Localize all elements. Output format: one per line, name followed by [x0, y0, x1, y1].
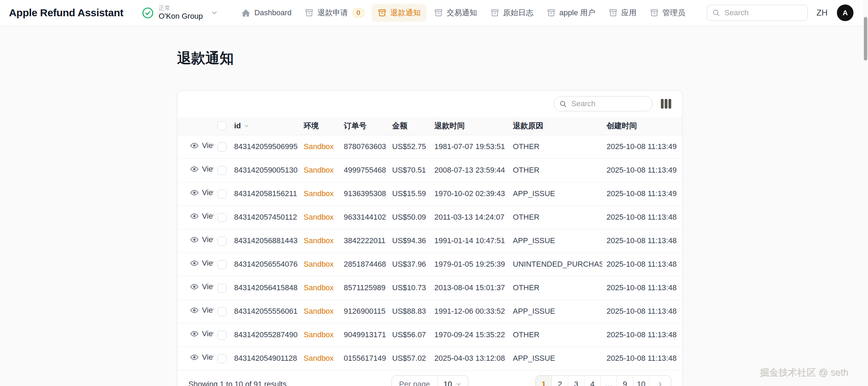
col-header-reason: 退款原因: [509, 117, 602, 135]
nav-item-refund-requests[interactable]: 退款申请 0: [299, 4, 370, 22]
cell-env: Sandbox: [299, 347, 340, 370]
locale-switcher[interactable]: ZH: [816, 8, 828, 18]
cell-reason: APP_ISSUE: [509, 182, 602, 205]
cell-env: Sandbox: [299, 182, 340, 205]
scrollbar-thumb[interactable]: [864, 17, 867, 61]
view-button[interactable]: View: [190, 141, 213, 150]
per-page-select[interactable]: 10: [437, 376, 468, 386]
table-row: View 843142057450112 Sandbox 9633144102 …: [177, 205, 682, 229]
refund-notifications-table: id 环境 订单号 金额 退款时间 退款原因 创建时间 V: [177, 117, 682, 370]
row-checkbox[interactable]: [218, 331, 227, 340]
check-circle-icon: [141, 7, 154, 19]
table-header-row: id 环境 订单号 金额 退款时间 退款原因 创建时间: [177, 117, 682, 135]
cell-reason: APP_ISSUE: [509, 300, 602, 323]
view-button[interactable]: View: [190, 165, 213, 174]
table-search[interactable]: [554, 96, 653, 111]
row-checkbox[interactable]: [218, 190, 227, 199]
page-ellipsis: …: [601, 376, 617, 386]
col-header-amount: 金额: [388, 117, 430, 135]
chevron-right-icon: [656, 380, 664, 386]
table-row: View 843142059506995 Sandbox 8780763603 …: [177, 135, 682, 158]
cell-id: 843142055287490: [230, 323, 299, 347]
page-title: 退款通知: [177, 35, 683, 81]
col-header-id[interactable]: id: [230, 117, 299, 135]
page-button-10[interactable]: 10: [633, 376, 649, 386]
cell-order-no: 8571125989: [340, 276, 388, 300]
row-checkbox[interactable]: [218, 284, 227, 293]
view-button[interactable]: View: [190, 306, 213, 315]
nav-item-dashboard[interactable]: Dashboard: [236, 4, 297, 21]
view-button[interactable]: View: [190, 235, 213, 244]
per-page-label: Per page: [392, 376, 437, 386]
eye-icon: [190, 329, 199, 338]
page-button-2[interactable]: 2: [552, 376, 568, 386]
row-checkbox[interactable]: [218, 143, 227, 151]
col-header-order-no: 订单号: [340, 117, 388, 135]
view-button[interactable]: View: [190, 282, 213, 291]
eye-icon: [190, 235, 199, 244]
cell-created-at: 2025-10-08 11:13:48: [602, 323, 682, 347]
cell-order-no: 9136395308: [340, 182, 388, 205]
scrollbar: [863, 0, 868, 386]
page-button-9[interactable]: 9: [617, 376, 633, 386]
view-button[interactable]: View: [190, 188, 213, 197]
archive-box-icon: [608, 8, 618, 18]
nav-item-apple-users[interactable]: apple 用户: [541, 4, 601, 22]
view-button[interactable]: View: [190, 353, 213, 362]
app-title: Apple Refund Assistant: [9, 7, 123, 19]
row-checkbox[interactable]: [218, 237, 227, 246]
row-checkbox[interactable]: [218, 260, 227, 269]
cell-id: 843142055556061: [230, 300, 299, 323]
table-card: id 环境 订单号 金额 退款时间 退款原因 创建时间 V: [177, 90, 683, 386]
row-checkbox[interactable]: [218, 166, 227, 175]
row-checkbox[interactable]: [218, 307, 227, 316]
page-button-3[interactable]: 3: [568, 376, 584, 386]
next-page-button[interactable]: [649, 376, 671, 386]
eye-icon: [190, 141, 199, 150]
row-checkbox[interactable]: [218, 213, 227, 222]
results-summary: Showing 1 to 10 of 91 results: [188, 380, 287, 386]
table-row: View 843142056881443 Sandbox 3842222011 …: [177, 229, 682, 252]
nav-item-raw-logs[interactable]: 原始日志: [484, 4, 539, 22]
nav-item-admins[interactable]: 管理员: [644, 4, 691, 22]
page-button-1[interactable]: 1: [536, 376, 552, 386]
page-button-4[interactable]: 4: [584, 376, 601, 386]
cell-order-no: 9126900115: [340, 300, 388, 323]
toggle-columns-button[interactable]: [661, 99, 671, 109]
cell-amount: US$56.07: [388, 323, 430, 347]
cell-refund-time: 2013-08-04 15:01:37: [430, 276, 509, 300]
table-row: View 843142058156211 Sandbox 9136395308 …: [177, 182, 682, 205]
table-row: View 843142054901128 Sandbox 0155617149 …: [177, 347, 682, 370]
archive-box-icon: [304, 8, 314, 18]
global-search[interactable]: [707, 5, 808, 21]
view-button[interactable]: View: [190, 259, 213, 268]
table-row: View 843142056554076 Sandbox 2851874468 …: [177, 252, 682, 276]
row-checkbox[interactable]: [218, 354, 227, 363]
cell-refund-time: 2025-04-03 13:12:08: [430, 347, 509, 370]
avatar[interactable]: A: [837, 4, 853, 21]
archive-box-icon: [490, 8, 500, 18]
col-header-created-at: 创建时间: [602, 117, 682, 135]
cell-order-no: 3842222011: [340, 229, 388, 252]
archive-box-icon: [546, 8, 556, 18]
table-body: View 843142059506995 Sandbox 8780763603 …: [177, 135, 682, 370]
cell-created-at: 2025-10-08 11:13:48: [602, 229, 682, 252]
view-button[interactable]: View: [190, 329, 213, 338]
nav-item-transaction-notifications[interactable]: 交易通知: [428, 4, 483, 22]
table-search-input[interactable]: [571, 99, 647, 109]
tenant-name: O'Kon Group: [159, 12, 203, 21]
select-all-checkbox[interactable]: [218, 121, 227, 130]
cell-reason: APP_ISSUE: [509, 347, 602, 370]
cell-amount: US$15.59: [388, 182, 430, 205]
topbar: Apple Refund Assistant 正常 O'Kon Group Da…: [0, 0, 868, 26]
archive-box-icon: [649, 8, 659, 18]
tenant-switcher[interactable]: 正常 O'Kon Group: [141, 5, 219, 21]
nav-item-refund-notifications[interactable]: 退款通知: [372, 4, 426, 22]
cell-order-no: 9049913171: [340, 323, 388, 347]
global-search-input[interactable]: [724, 8, 803, 18]
cell-env: Sandbox: [299, 205, 340, 229]
view-button[interactable]: View: [190, 212, 213, 221]
nav-item-apps[interactable]: 应用: [603, 4, 642, 22]
eye-icon: [190, 353, 199, 362]
tenant-status: 正常: [159, 5, 203, 12]
